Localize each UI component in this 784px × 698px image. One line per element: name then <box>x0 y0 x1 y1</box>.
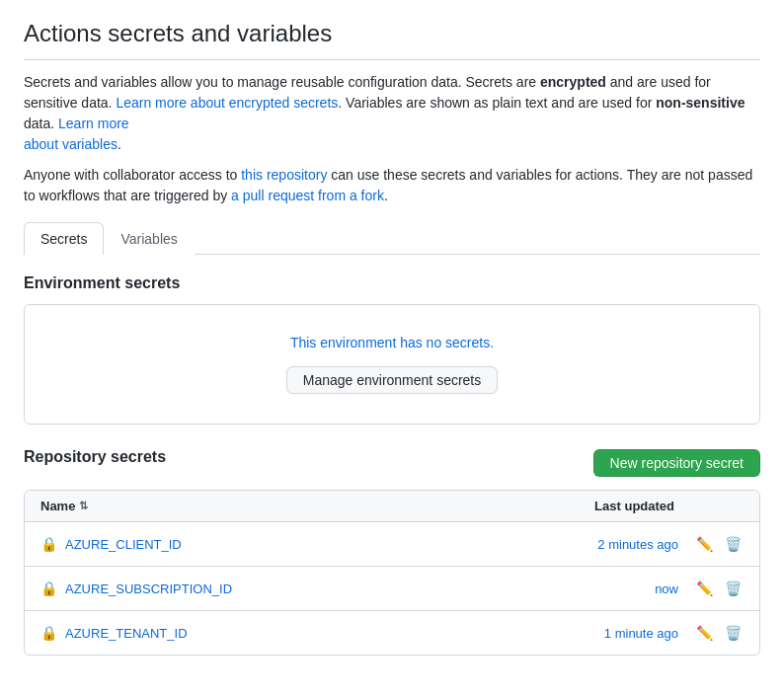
delete-button[interactable]: 🗑️ <box>723 579 744 598</box>
tab-secrets[interactable]: Secrets <box>24 222 104 255</box>
secret-name: AZURE_TENANT_ID <box>65 626 188 641</box>
env-secrets-title: Environment secrets <box>24 274 760 292</box>
lock-icon: 🔒 <box>40 536 57 552</box>
manage-environment-secrets-button[interactable]: Manage environment secrets <box>286 366 499 394</box>
table-row: 🔒 AZURE_TENANT_ID 1 minute ago ✏️ 🗑️ <box>25 611 759 655</box>
access-note: Anyone with collaborator access to this … <box>24 165 760 206</box>
updated-time: now <box>589 582 678 596</box>
page-title: Actions secrets and variables <box>24 20 760 60</box>
delete-button[interactable]: 🗑️ <box>723 623 744 643</box>
lock-icon: 🔒 <box>40 625 57 641</box>
action-icons: ✏️ 🗑️ <box>694 534 744 554</box>
tab-variables[interactable]: Variables <box>104 222 194 255</box>
edit-button[interactable]: ✏️ <box>694 579 715 598</box>
repository-secrets-section: Repository secrets New repository secret… <box>24 448 760 656</box>
delete-button[interactable]: 🗑️ <box>723 534 744 554</box>
row-right: 2 minutes ago ✏️ 🗑️ <box>589 534 744 554</box>
repo-secrets-title: Repository secrets <box>24 448 166 466</box>
secret-name: AZURE_SUBSCRIPTION_ID <box>65 582 232 596</box>
this-repository-link[interactable]: this repository <box>241 167 327 183</box>
row-left: 🔒 AZURE_SUBSCRIPTION_ID <box>40 581 232 596</box>
table-header: Name ⇅ Last updated <box>25 491 759 522</box>
row-right: now ✏️ 🗑️ <box>589 579 744 598</box>
pull-request-fork-link[interactable]: a pull request from a fork <box>231 188 384 203</box>
description-text: Secrets and variables allow you to manag… <box>24 72 760 155</box>
table-row: 🔒 AZURE_CLIENT_ID 2 minutes ago ✏️ 🗑️ <box>25 522 759 567</box>
updated-time: 2 minutes ago <box>589 537 678 552</box>
env-empty-message: This environment has no secrets. <box>54 335 730 350</box>
edit-button[interactable]: ✏️ <box>694 534 715 554</box>
sort-icon: ⇅ <box>79 500 88 512</box>
action-icons: ✏️ 🗑️ <box>694 579 744 598</box>
col-updated-header: Last updated <box>594 499 744 513</box>
environment-secrets-section: Environment secrets This environment has… <box>24 274 760 425</box>
table-row: 🔒 AZURE_SUBSCRIPTION_ID now ✏️ 🗑️ <box>25 567 759 611</box>
learn-more-encrypted-link[interactable]: Learn more about encrypted secrets <box>116 95 338 111</box>
secrets-table: Name ⇅ Last updated 🔒 AZURE_CLIENT_ID 2 … <box>24 490 760 656</box>
row-right: 1 minute ago ✏️ 🗑️ <box>589 623 744 643</box>
col-name-header: Name ⇅ <box>40 499 88 513</box>
row-left: 🔒 AZURE_TENANT_ID <box>40 625 188 641</box>
env-secrets-box: This environment has no secrets. Manage … <box>24 304 760 425</box>
edit-button[interactable]: ✏️ <box>694 623 715 643</box>
lock-icon: 🔒 <box>40 581 57 596</box>
tabs-container: Secrets Variables <box>24 222 760 255</box>
row-left: 🔒 AZURE_CLIENT_ID <box>40 536 182 552</box>
repo-secrets-header: Repository secrets New repository secret <box>24 448 760 478</box>
action-icons: ✏️ 🗑️ <box>694 623 744 643</box>
updated-time: 1 minute ago <box>589 626 678 641</box>
new-repository-secret-button[interactable]: New repository secret <box>593 449 760 477</box>
secret-name: AZURE_CLIENT_ID <box>65 537 182 552</box>
